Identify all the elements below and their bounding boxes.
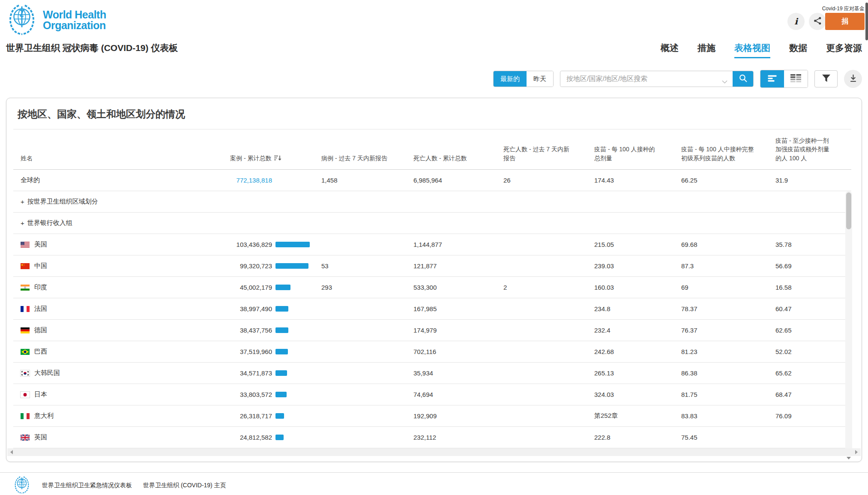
table-row[interactable]: 印度45,002,179293533,3002160.036916.58 bbox=[13, 277, 851, 298]
flag-gb-icon bbox=[21, 435, 30, 441]
cases-bar bbox=[275, 435, 284, 440]
deaths-cumulative-value: 35,934 bbox=[413, 369, 503, 377]
cases-cumulative-value: 99,320,723 bbox=[230, 262, 272, 270]
global-row[interactable]: 全球的772,138,8181,4586,985,96426174.4366.2… bbox=[13, 170, 851, 191]
view-toggle-group bbox=[760, 70, 808, 88]
table-row[interactable]: 中国99,320,72353121,877239.0387.356.69 bbox=[13, 255, 851, 277]
cases-bar bbox=[275, 242, 310, 247]
flag-kr-icon bbox=[21, 370, 30, 376]
search-button[interactable] bbox=[733, 71, 753, 87]
yesterday-toggle-button[interactable]: 昨天 bbox=[527, 71, 553, 87]
vax-primary-per100-value: 81.23 bbox=[681, 348, 775, 355]
scroll-right-arrow-icon[interactable] bbox=[855, 450, 858, 454]
vax-primary-per100-value: 81.75 bbox=[681, 391, 775, 398]
group-label: 世界银行收入组 bbox=[27, 219, 72, 227]
table-row[interactable]: 美国103,436,8291,144,877215.0569.6835.78 bbox=[13, 234, 851, 255]
who-logo[interactable]: World Health Organization bbox=[6, 3, 106, 37]
vax-doses-per100-value: 215.05 bbox=[594, 241, 681, 248]
nav-item-4[interactable]: 更多资源 bbox=[826, 42, 862, 58]
cases-bar-area bbox=[275, 285, 321, 290]
flag-jp-icon bbox=[21, 392, 30, 398]
bar-view-button[interactable] bbox=[760, 70, 784, 87]
horizontal-scrollbar-track[interactable] bbox=[7, 448, 861, 456]
vax-primary-per100-value: 69.68 bbox=[681, 241, 775, 248]
info-icon: i bbox=[794, 16, 798, 27]
deaths-cumulative-value: 74,694 bbox=[413, 391, 503, 398]
row-name: 日本 bbox=[34, 390, 47, 399]
table-row[interactable]: 意大利26,318,717192,909第252章83.8376.09 bbox=[13, 405, 851, 427]
table-row[interactable]: 德国38,437,756174,979232.476.3762.65 bbox=[13, 320, 851, 341]
expand-plus-icon: + bbox=[21, 198, 24, 205]
search-input[interactable] bbox=[560, 71, 733, 87]
column-header-label: 死亡人数 - 累计总数 bbox=[413, 155, 467, 162]
table-row[interactable]: 巴西37,519,960702,116242.6881.2352.02 bbox=[13, 341, 851, 363]
row-name: 美国 bbox=[34, 240, 47, 249]
deaths-new-7d-value: 2 bbox=[503, 284, 594, 291]
table-row[interactable]: 英国24,812,582232,112222.875.45 bbox=[13, 427, 851, 448]
donate-button[interactable]: 捐 bbox=[825, 13, 865, 30]
nav-item-0[interactable]: 概述 bbox=[661, 42, 679, 58]
page-scrollbar-thumb[interactable] bbox=[865, 3, 868, 40]
scroll-down-arrow[interactable] bbox=[845, 455, 852, 461]
deaths-cumulative-value: 192,909 bbox=[413, 412, 503, 420]
cases-cumulative-value: 24,812,582 bbox=[230, 434, 272, 441]
scroll-left-arrow-icon[interactable] bbox=[10, 450, 13, 454]
column-header-cases_cumulative[interactable]: 案例 - 累计总数 bbox=[230, 154, 321, 169]
cases-bar-area bbox=[275, 435, 321, 440]
cases-bar bbox=[275, 285, 290, 290]
cases-bar-area bbox=[275, 242, 321, 247]
flag-us-icon bbox=[21, 242, 30, 248]
cases-bar-area bbox=[275, 263, 321, 269]
logo-line2: Organization bbox=[43, 20, 106, 31]
footer: 世界卫生组织卫生紧急情况仪表板 世界卫生组织 (COVID-19) 主页 bbox=[13, 476, 226, 495]
footer-link-covid-home[interactable]: 世界卫生组织 (COVID-19) 主页 bbox=[143, 482, 226, 489]
chevron-down-icon[interactable] bbox=[722, 78, 727, 85]
vax-booster-per100-value: 60.47 bbox=[775, 305, 851, 312]
footer-divider bbox=[0, 472, 868, 473]
column-header-vax_booster_per100[interactable]: 疫苗 - 至少接种一剂加强疫苗或额外剂量的人 100 人 bbox=[775, 136, 851, 169]
column-header-vax_primary_per100[interactable]: 疫苗 - 每 100 人中接种完整初级系列疫苗的人数 bbox=[681, 145, 775, 169]
column-header-label: 疫苗 - 每 100 人接种的总剂量 bbox=[594, 146, 655, 161]
row-name: 法国 bbox=[34, 305, 47, 313]
vax-primary-per100-value: 75.45 bbox=[681, 434, 775, 441]
vax-doses-per100-value: 第252章 bbox=[594, 412, 681, 420]
column-header-deaths_new_7d[interactable]: 死亡人数 - 过去 7 天内新报告 bbox=[503, 145, 594, 169]
flag-fr-icon bbox=[21, 306, 30, 312]
table-row[interactable]: 法国38,997,490167,985234.878.3760.47 bbox=[13, 298, 851, 320]
vax-doses-per100-value: 232.4 bbox=[594, 327, 681, 334]
column-header-deaths_cumulative[interactable]: 死亡人数 - 累计总数 bbox=[413, 154, 503, 169]
vax-booster-per100-value: 76.09 bbox=[775, 412, 851, 420]
table-view-button[interactable] bbox=[784, 70, 808, 87]
vertical-scrollbar-track[interactable] bbox=[845, 191, 852, 455]
logo-line1: World Health bbox=[43, 9, 106, 20]
vax-booster-per100-value: 16.58 bbox=[775, 284, 851, 291]
expandable-group-row-1[interactable]: +世界银行收入组 bbox=[13, 213, 851, 234]
vertical-scrollbar-thumb[interactable] bbox=[846, 192, 851, 229]
table-row[interactable]: 大韩民国34,571,87335,934265.1386.3865.62 bbox=[13, 363, 851, 384]
cases-cumulative-value: 34,571,873 bbox=[230, 369, 272, 377]
download-button[interactable] bbox=[844, 70, 862, 88]
column-header-label: 疫苗 - 每 100 人中接种完整初级系列疫苗的人数 bbox=[681, 146, 754, 161]
column-header-name[interactable]: 姓名 bbox=[13, 154, 230, 169]
table-header-row: 姓名案例 - 累计总数病例 - 过去 7 天内新报告死亡人数 - 累计总数死亡人… bbox=[13, 129, 851, 170]
nav-item-2[interactable]: 表格视图 bbox=[734, 42, 770, 58]
latest-toggle-button[interactable]: 最新的 bbox=[494, 71, 527, 87]
column-header-vax_doses_per100[interactable]: 疫苗 - 每 100 人接种的总剂量 bbox=[594, 145, 681, 169]
table-row[interactable]: 日本33,803,57274,694324.0381.7568.47 bbox=[13, 384, 851, 405]
nav-item-3[interactable]: 数据 bbox=[789, 42, 807, 58]
share-button[interactable] bbox=[809, 13, 826, 30]
page: World Health Organization Covid-19 应对基金 … bbox=[0, 0, 868, 495]
search-box bbox=[560, 71, 754, 87]
column-header-cases_new_7d[interactable]: 病例 - 过去 7 天内新报告 bbox=[321, 154, 413, 169]
deaths-cumulative-value: 167,985 bbox=[413, 305, 503, 312]
cases-cumulative-value[interactable]: 772,138,818 bbox=[230, 177, 272, 184]
main-nav: 概述措施表格视图数据更多资源 bbox=[661, 42, 862, 58]
filter-funnel-icon bbox=[822, 74, 831, 84]
deaths-cumulative-value: 702,116 bbox=[413, 348, 503, 355]
expandable-group-row-0[interactable]: +按世界卫生组织区域划分 bbox=[13, 191, 851, 213]
filter-button[interactable] bbox=[814, 70, 838, 87]
cases-bar bbox=[275, 327, 288, 333]
footer-link-emergencies-dashboard[interactable]: 世界卫生组织卫生紧急情况仪表板 bbox=[42, 482, 132, 489]
info-button[interactable]: i bbox=[787, 13, 805, 30]
nav-item-1[interactable]: 措施 bbox=[697, 42, 715, 58]
